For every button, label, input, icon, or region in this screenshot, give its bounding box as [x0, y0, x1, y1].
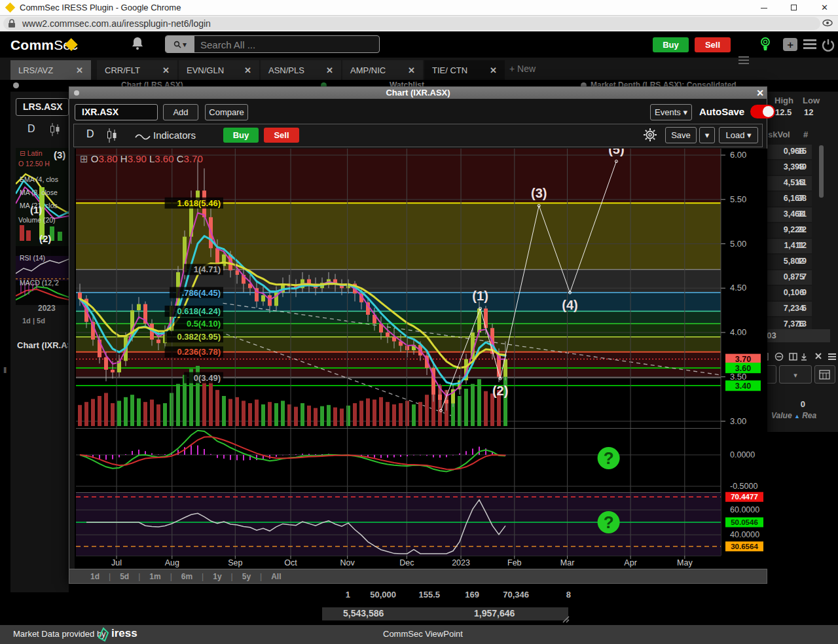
save-button[interactable]: Save — [665, 127, 697, 143]
eye-icon[interactable] — [822, 19, 833, 27]
notification-bell-icon[interactable] — [131, 36, 144, 50]
tab-close-icon[interactable]: ✕ — [490, 65, 497, 75]
depth-scrollbar[interactable] — [819, 145, 824, 198]
volume-bar — [294, 407, 298, 426]
search-scope-dropdown[interactable]: ▾ — [166, 36, 194, 52]
price-tick-label: 5.50 — [730, 194, 746, 204]
add-button[interactable]: Add — [163, 104, 198, 120]
tab-tie-ctn[interactable]: TIE/ CTN✕ — [424, 60, 505, 80]
volume-bar — [464, 389, 468, 426]
window-close-button[interactable]: ✕ — [819, 2, 830, 13]
autosave-toggle[interactable] — [750, 105, 775, 118]
resize-handle-icon[interactable] — [560, 614, 570, 623]
sidebar-grip-icon[interactable]: ‖ — [3, 365, 7, 375]
load-dropdown[interactable]: Load ▾ — [719, 127, 758, 143]
sidebar-symbol-input[interactable]: LRS.ASX — [16, 98, 69, 116]
header-sell-button[interactable]: Sell — [695, 37, 731, 52]
month-label: Nov — [340, 558, 355, 567]
sidebar-interval-label[interactable]: D — [27, 123, 35, 135]
fib-label: .786(4.45) — [182, 288, 221, 298]
candle-body — [484, 308, 488, 328]
window-maximize-button[interactable] — [788, 2, 799, 13]
volume-bar — [307, 406, 311, 426]
compare-button[interactable]: Compare — [205, 104, 248, 120]
timeframe-6m[interactable]: 6m — [172, 572, 202, 581]
new-tab-button[interactable]: + New — [509, 63, 536, 74]
symbol-input[interactable]: IXR.ASX — [75, 104, 158, 120]
power-icon[interactable] — [821, 37, 835, 53]
lock-icon — [8, 19, 16, 28]
chart-sell-button[interactable]: Sell — [264, 128, 299, 143]
timeframe-1m[interactable]: 1m — [140, 572, 170, 581]
search-input[interactable]: Search All ... — [200, 39, 255, 50]
volume-bar — [222, 396, 226, 426]
sidebar-indicator-label: EMA (4, clos — [20, 175, 58, 183]
header-buy-button[interactable]: Buy — [653, 37, 689, 52]
volume-bar — [117, 401, 121, 426]
tab-close-icon[interactable]: ✕ — [408, 65, 415, 75]
depth-toolbar-icons[interactable] — [761, 351, 838, 363]
macd-help-icon[interactable]: ? — [598, 447, 620, 469]
quote-value: 169 — [440, 590, 479, 599]
add-window-button[interactable]: ＋ — [783, 38, 797, 51]
wave-label: (4) — [562, 298, 577, 312]
tab-close-icon[interactable]: ✕ — [326, 65, 333, 75]
tab-close-icon[interactable]: ✕ — [76, 65, 83, 75]
indicators-button[interactable]: Indicators — [153, 130, 196, 141]
sidebar-wave-1: (1) — [30, 204, 42, 215]
tab-lrs-avz[interactable]: LRS/AVZ✕ — [10, 60, 91, 80]
askvol-column-label: skVol — [768, 130, 790, 139]
idea-bulb-icon[interactable] — [758, 36, 773, 52]
tab-close-icon[interactable]: ✕ — [244, 65, 251, 75]
save-options-caret[interactable]: ▾ — [699, 127, 715, 143]
sidebar-year-label: 2023 — [38, 304, 56, 313]
chart-buy-button[interactable]: Buy — [223, 128, 259, 143]
timeframe-1d[interactable]: 1d — [81, 572, 109, 581]
tab-amp-nic[interactable]: AMP/NIC✕ — [342, 60, 423, 80]
wave-label: (5) — [608, 149, 624, 156]
tab-evn-gln[interactable]: EVN/GLN✕ — [179, 60, 259, 80]
indicators-wave-icon[interactable] — [135, 132, 151, 141]
depth-column-headers[interactable]: Value ▲ Rea — [771, 411, 816, 420]
volume-bar — [124, 397, 128, 426]
iress-logo-icon — [97, 627, 110, 643]
volume-bar — [176, 384, 180, 426]
tab-close-icon[interactable]: ✕ — [162, 65, 170, 75]
rsi-help-icon[interactable]: ? — [598, 511, 620, 533]
depth-dropdown-button[interactable]: ▾ — [779, 365, 812, 384]
url-text[interactable]: www2.commsec.com.au/iressplugin-net6/log… — [22, 18, 211, 29]
volume-bar — [405, 401, 409, 426]
sidebar-wave-3: (3) — [54, 149, 65, 160]
search-box[interactable] — [165, 35, 380, 53]
volume-bar — [314, 408, 318, 426]
interval-button[interactable]: D — [86, 128, 94, 140]
tab-overflow-menu-icon[interactable] — [738, 56, 749, 66]
docked-chart-title[interactable]: Chart (IXR.AS — [17, 340, 68, 350]
rsi-tag-value: 30.6564 — [731, 543, 758, 550]
fib-label: 0.382(3.95) — [177, 332, 221, 342]
timeframe-All[interactable]: All — [262, 572, 290, 581]
tab-asn-pls[interactable]: ASN/PLS✕ — [261, 60, 341, 80]
fib-label: 0(3.49) — [194, 373, 221, 383]
sidebar-timeframes[interactable]: 1d | 5d — [22, 317, 45, 325]
timeframe-5y[interactable]: 5y — [233, 572, 260, 581]
timeframe-1y[interactable]: 1y — [204, 572, 230, 581]
settings-gear-icon[interactable] — [643, 128, 657, 142]
chart-type-candle-icon[interactable] — [107, 128, 117, 143]
search-icon — [173, 41, 181, 48]
quote-value: 155.5 — [401, 590, 440, 599]
sidebar-indicator-label: MA (8, close — [20, 188, 58, 196]
calendar-button[interactable] — [814, 365, 835, 384]
screen: CommSec IRESS Plugin - Google Chrome ✕ w… — [0, 0, 838, 644]
dialog-title: Chart (IXR.ASX) — [69, 88, 767, 98]
price-chart[interactable]: 6.005.505.004.504.003.503.00(1)(2)(3)(4)… — [75, 149, 767, 569]
dialog-close-icon[interactable]: ✕ — [754, 87, 766, 99]
hamburger-menu-icon[interactable] — [803, 39, 816, 51]
volume-bar — [333, 407, 337, 426]
timeframe-5d[interactable]: 5d — [111, 572, 138, 581]
events-dropdown[interactable]: Events ▾ — [650, 104, 692, 120]
tab-crr-flt[interactable]: CRR/FLT✕ — [97, 60, 177, 80]
window-minimize-button[interactable] — [758, 2, 769, 13]
volume-bar — [91, 399, 95, 426]
candlestick-icon[interactable] — [50, 123, 60, 136]
